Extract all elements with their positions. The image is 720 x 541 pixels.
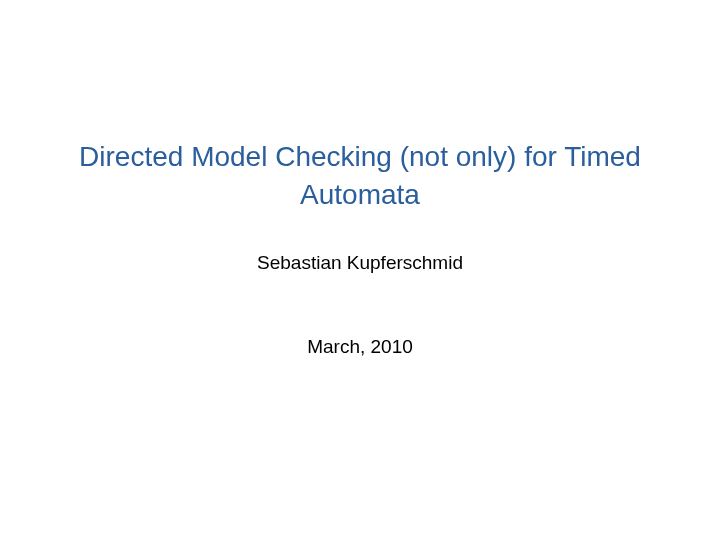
slide: Directed Model Checking (not only) for T… [0,0,720,541]
title-line-2: Automata [50,176,670,214]
slide-title: Directed Model Checking (not only) for T… [50,138,670,214]
title-line-1: Directed Model Checking (not only) for T… [50,138,670,176]
slide-date: March, 2010 [0,336,720,358]
slide-author: Sebastian Kupferschmid [0,252,720,274]
